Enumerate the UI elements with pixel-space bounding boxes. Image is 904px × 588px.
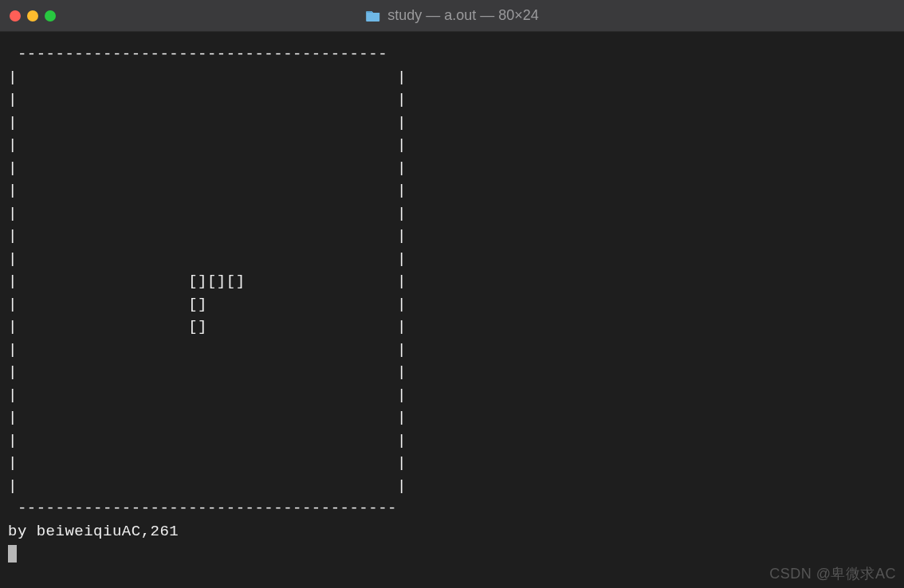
terminal-line: | |: [8, 384, 896, 407]
watermark: CSDN @卑微求AC: [769, 564, 896, 583]
terminal-line: | [] |: [8, 293, 896, 316]
terminal-line: | |: [8, 406, 896, 429]
terminal-line: | |: [8, 134, 896, 157]
terminal-line: | |: [8, 157, 896, 180]
terminal-line: | |: [8, 225, 896, 248]
window-title-group: study — a.out — 80×24: [365, 7, 539, 24]
terminal-line: | |: [8, 339, 896, 362]
terminal-cursor: [8, 545, 17, 563]
terminal-output[interactable]: --------------------------------------- …: [0, 32, 904, 574]
terminal-line: | |: [8, 452, 896, 475]
terminal-line: | [] |: [8, 316, 896, 339]
terminal-line: | |: [8, 429, 896, 453]
terminal-line: | |: [8, 202, 896, 225]
terminal-line: | |: [8, 248, 896, 271]
terminal-line: | |: [8, 88, 896, 112]
terminal-line: | |: [8, 66, 896, 89]
terminal-footer: by beiweiqiuAC,261: [8, 520, 896, 543]
window-title: study — a.out — 80×24: [387, 7, 539, 24]
terminal-line: ----------------------------------------: [8, 497, 896, 520]
minimize-button[interactable]: [27, 10, 38, 22]
maximize-button[interactable]: [45, 10, 56, 22]
folder-icon: [365, 10, 381, 22]
window-titlebar: study — a.out — 80×24: [0, 0, 904, 32]
terminal-line: | |: [8, 112, 896, 135]
close-button[interactable]: [10, 10, 21, 22]
terminal-line: | |: [8, 179, 896, 202]
terminal-line: | |: [8, 475, 896, 498]
terminal-line: | [][][] |: [8, 270, 896, 293]
traffic-lights: [10, 10, 56, 22]
terminal-line: | |: [8, 361, 896, 384]
terminal-line: ---------------------------------------: [8, 43, 896, 66]
